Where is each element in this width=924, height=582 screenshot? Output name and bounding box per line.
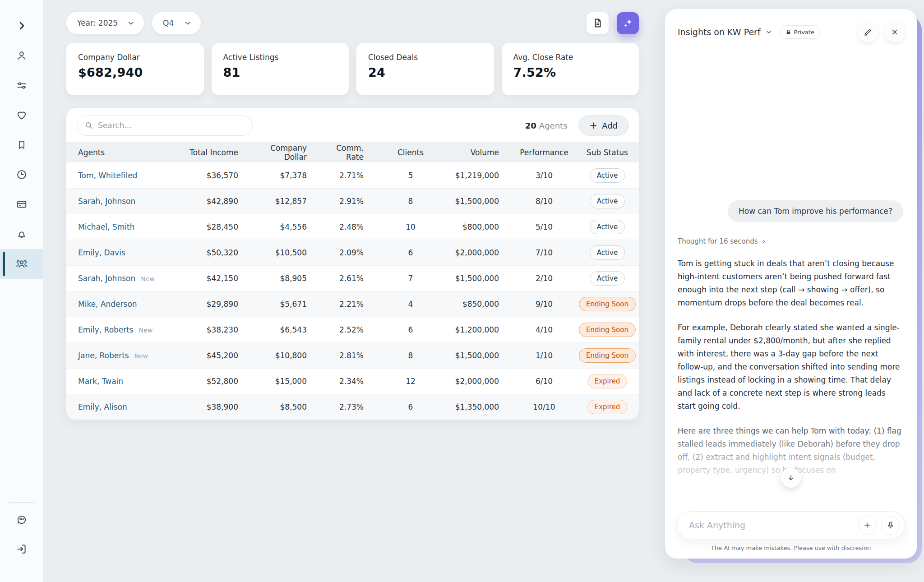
comm-rate-cell: 2.81% [320, 351, 382, 360]
column-header-agents: Agents [66, 148, 180, 157]
agent-name-link[interactable]: Mike, Anderson [78, 300, 137, 309]
agent-name-link[interactable]: Sarah, Johnson [78, 274, 135, 283]
new-tag: New [139, 327, 153, 334]
sidebar-item-billing[interactable] [0, 189, 43, 219]
clients-cell: 6 [382, 325, 439, 334]
report-button[interactable] [587, 12, 609, 34]
sidebar-item-agents[interactable] [0, 249, 43, 279]
sidebar-item-chat[interactable] [0, 504, 43, 534]
status-badge: Expired [587, 400, 628, 414]
table-row[interactable]: Sarah, JohnsonNew $42,150 $8,905 2.61% 7… [66, 265, 639, 291]
add-button-label: Add [602, 121, 618, 130]
sliders-icon [16, 79, 28, 91]
table-row[interactable]: Mark, Twain $52,800 $15,000 2.34% 12 $2,… [66, 368, 639, 394]
ai-assistant-button[interactable] [617, 12, 639, 34]
sidebar-expand-button[interactable] [0, 11, 43, 41]
agent-name-link[interactable]: Mark, Twain [78, 377, 123, 386]
credit-card-icon [16, 199, 28, 210]
performance-cell: 3/10 [513, 171, 576, 180]
agent-name-link[interactable]: Jane, Roberts [78, 351, 129, 360]
total-income-cell: $28,450 [180, 222, 252, 231]
clients-cell: 5 [382, 171, 439, 180]
clock-icon [16, 169, 28, 180]
table-row[interactable]: Tom, Whitefiled $36,570 $7,378 2.71% 5 $… [66, 162, 639, 188]
ai-response-paragraph: Tom is getting stuck in deals that aren’… [678, 257, 904, 309]
company-dollar-cell: $8,905 [252, 274, 320, 283]
comm-rate-cell: 2.61% [320, 274, 382, 283]
agent-name-link[interactable]: Michael, Smith [78, 222, 134, 231]
sidebar-item-filters[interactable] [0, 70, 43, 100]
sidebar-item-profile[interactable] [0, 41, 43, 70]
agent-name-link[interactable]: Sarah, Johnson [78, 197, 135, 206]
sidebar-item-logout[interactable] [0, 534, 43, 564]
close-panel-button[interactable] [884, 22, 905, 42]
company-dollar-cell: $10,800 [252, 351, 320, 360]
total-income-cell: $38,230 [180, 325, 252, 334]
microphone-icon [887, 521, 895, 529]
agents-table-card: 20Agents + Add Agents Total Income Compa… [66, 108, 639, 420]
volume-cell: $2,000,000 [439, 248, 513, 257]
year-filter-dropdown[interactable]: Year: 2025 [66, 12, 144, 34]
table-row[interactable]: Emily, Davis $50,320 $10,500 2.09% 6 $2,… [66, 240, 639, 265]
edit-button[interactable] [857, 22, 878, 42]
comm-rate-cell: 2.73% [320, 402, 382, 411]
sidebar-item-notifications[interactable] [0, 219, 43, 249]
stat-label: Avg. Close Rate [513, 53, 628, 62]
status-badge: Active [590, 271, 625, 286]
company-dollar-cell: $7,378 [252, 171, 320, 180]
company-dollar-cell: $6,543 [252, 325, 320, 334]
performance-cell: 10/10 [513, 402, 576, 411]
agent-name-link[interactable]: Emily, Davis [78, 248, 125, 257]
stat-card-avg-close-rate: Avg. Close Rate 7.52% [502, 43, 639, 95]
volume-cell: $800,000 [439, 222, 513, 231]
volume-cell: $1,500,000 [439, 274, 513, 283]
attach-button[interactable] [858, 516, 877, 535]
stat-card-closed-deals: Closed Deals 24 [356, 43, 494, 95]
comm-rate-cell: 2.21% [320, 300, 382, 309]
performance-cell: 6/10 [513, 377, 576, 386]
total-income-cell: $42,890 [180, 197, 252, 206]
chevron-down-icon [127, 19, 135, 27]
clients-cell: 8 [382, 197, 439, 206]
table-row[interactable]: Emily, Alison $38,900 $8,500 2.73% 6 $1,… [66, 394, 639, 420]
chevron-down-icon[interactable] [765, 28, 772, 36]
agent-name-link[interactable]: Emily, Roberts [78, 325, 134, 334]
thought-toggle[interactable]: Thought for 16 seconds [678, 237, 904, 245]
status-badge: Active [590, 245, 625, 260]
table-row[interactable]: Michael, Smith $28,450 $4,556 2.48% 10 $… [66, 214, 639, 240]
voice-input-button[interactable] [881, 516, 900, 535]
chevron-right-icon [761, 239, 767, 245]
scroll-to-bottom-button[interactable] [781, 468, 801, 488]
user-icon [16, 50, 28, 61]
add-agent-button[interactable]: + Add [578, 115, 629, 136]
panel-title: Insights on KW Perf [678, 27, 761, 37]
sidebar-item-history[interactable] [0, 160, 43, 189]
quarter-filter-dropdown[interactable]: Q4 [152, 12, 201, 34]
ask-input[interactable] [689, 520, 853, 530]
performance-cell: 4/10 [513, 325, 576, 334]
volume-cell: $850,000 [439, 300, 513, 309]
sidebar-item-favorites[interactable] [0, 100, 43, 130]
sidebar-item-saved[interactable] [0, 130, 43, 160]
panel-input-zone: The AI may make mistakes. Please use wit… [665, 511, 917, 559]
comm-rate-cell: 2.48% [320, 222, 382, 231]
agent-name-link[interactable]: Tom, Whitefiled [78, 171, 137, 180]
sparkles-icon [623, 18, 633, 28]
sidebar [0, 0, 43, 582]
ai-response-paragraph: For example, Deborah clearly stated she … [678, 321, 904, 413]
comm-rate-cell: 2.71% [320, 171, 382, 180]
table-row[interactable]: Emily, RobertsNew $38,230 $6,543 2.52% 6… [66, 317, 639, 342]
status-badge: Ending Soon [579, 323, 636, 337]
table-row[interactable]: Sarah, Johnson $42,890 $12,857 2.91% 8 $… [66, 188, 639, 214]
ask-input-bar[interactable] [677, 511, 905, 539]
pencil-icon [864, 28, 872, 37]
plus-icon: + [590, 121, 598, 130]
table-row[interactable]: Mike, Anderson $29,890 $5,671 2.21% 4 $8… [66, 291, 639, 317]
search-input[interactable] [98, 121, 233, 130]
column-header-total-income: Total Income [180, 148, 252, 157]
search-box[interactable] [77, 115, 253, 136]
company-dollar-cell: $15,000 [252, 377, 320, 386]
performance-cell: 1/10 [513, 351, 576, 360]
table-row[interactable]: Jane, RobertsNew $45,200 $10,800 2.81% 8… [66, 342, 639, 368]
agent-name-link[interactable]: Emily, Alison [78, 402, 127, 411]
